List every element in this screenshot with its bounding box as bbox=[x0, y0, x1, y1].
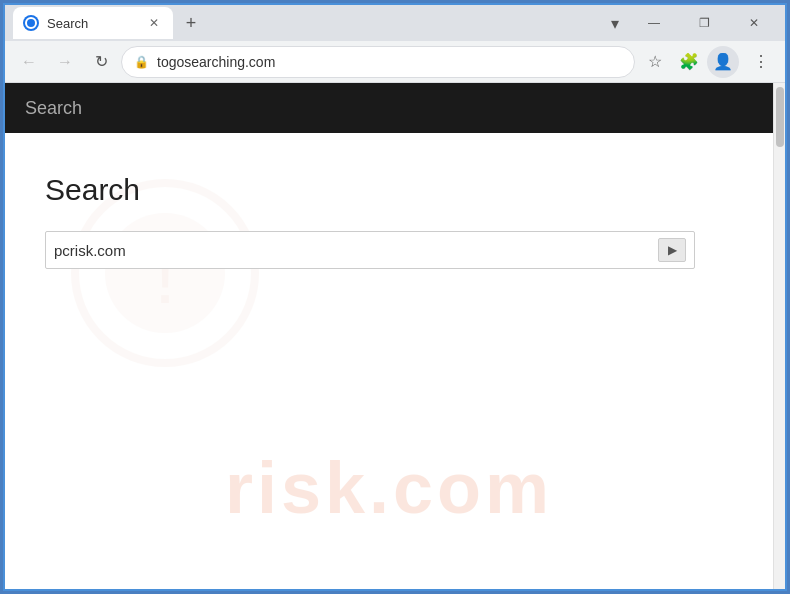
site-header-title: Search bbox=[25, 98, 82, 119]
profile-icon: 👤 bbox=[713, 52, 733, 71]
browser-toolbar: ← → ↻ 🔒 togosearching.com ☆ 🧩 👤 ⋮ bbox=[5, 41, 785, 83]
tab-strip: Search ✕ + bbox=[13, 5, 599, 41]
reload-button[interactable]: ↻ bbox=[85, 46, 117, 78]
page-content: Search ! risk.com Search ▶ bbox=[5, 83, 785, 589]
back-icon: ← bbox=[21, 53, 37, 71]
active-tab[interactable]: Search ✕ bbox=[13, 7, 173, 39]
page-title: Search bbox=[45, 173, 733, 207]
search-submit-button[interactable]: ▶ bbox=[658, 238, 686, 262]
menu-button[interactable]: ⋮ bbox=[745, 46, 777, 78]
search-input[interactable] bbox=[54, 242, 658, 259]
tab-title: Search bbox=[47, 16, 137, 31]
lock-icon: 🔒 bbox=[134, 55, 149, 69]
close-button[interactable]: ✕ bbox=[731, 8, 777, 38]
forward-icon: → bbox=[57, 53, 73, 71]
new-tab-button[interactable]: + bbox=[177, 9, 205, 37]
scrollbar-thumb[interactable] bbox=[776, 87, 784, 147]
tab-close-button[interactable]: ✕ bbox=[145, 14, 163, 32]
window-controls: — ❐ ✕ bbox=[631, 8, 777, 38]
profile-button[interactable]: 👤 bbox=[707, 46, 739, 78]
address-bar[interactable]: 🔒 togosearching.com bbox=[121, 46, 635, 78]
search-form: ▶ bbox=[45, 231, 695, 269]
minimize-button[interactable]: — bbox=[631, 8, 677, 38]
extensions-button[interactable]: 🧩 bbox=[673, 46, 705, 78]
page-main: Search ! risk.com Search ▶ bbox=[5, 83, 773, 589]
bookmark-button[interactable]: ☆ bbox=[639, 46, 671, 78]
forward-button[interactable]: → bbox=[49, 46, 81, 78]
chrome-dropdown-icon[interactable]: ▾ bbox=[603, 11, 627, 35]
star-icon: ☆ bbox=[648, 52, 662, 71]
maximize-button[interactable]: ❐ bbox=[681, 8, 727, 38]
toolbar-right-actions: ☆ 🧩 👤 ⋮ bbox=[639, 46, 777, 78]
scrollbar[interactable] bbox=[773, 83, 785, 589]
extensions-icon: 🧩 bbox=[679, 52, 699, 71]
watermark-text: risk.com bbox=[5, 447, 773, 529]
menu-icon: ⋮ bbox=[753, 52, 769, 71]
browser-window: Search ✕ + ▾ — ❐ ✕ ← → ↻ 🔒 togosearching… bbox=[3, 3, 787, 591]
back-button[interactable]: ← bbox=[13, 46, 45, 78]
address-text: togosearching.com bbox=[157, 54, 622, 70]
reload-icon: ↻ bbox=[95, 52, 108, 71]
tab-favicon-icon bbox=[23, 15, 39, 31]
search-section: Search ▶ bbox=[5, 133, 773, 309]
search-submit-icon: ▶ bbox=[668, 243, 677, 257]
title-bar: Search ✕ + ▾ — ❐ ✕ bbox=[5, 5, 785, 41]
site-header: Search bbox=[5, 83, 773, 133]
